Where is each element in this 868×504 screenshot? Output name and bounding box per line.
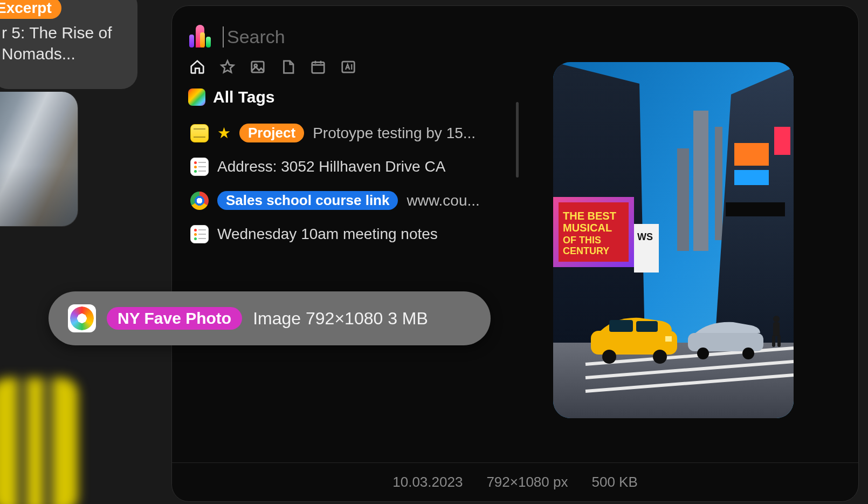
notes-app-icon: [190, 124, 209, 142]
svg-rect-31: [636, 321, 658, 332]
photos-app-icon: [68, 304, 96, 332]
result-text: Wednesday 10am meeting notes: [217, 226, 485, 243]
svg-point-36: [697, 348, 709, 359]
app-logo-icon: [188, 25, 212, 49]
result-text: Address: 3052 Hillhaven Drive CA: [217, 158, 485, 175]
svg-rect-12: [734, 143, 769, 166]
header: [188, 18, 842, 56]
svg-rect-41: [777, 335, 781, 347]
tag-pill: Project: [239, 124, 304, 142]
svg-text:WS: WS: [637, 231, 653, 242]
result-item[interactable]: Sales school course link www.cou...: [188, 183, 487, 217]
svg-rect-14: [774, 127, 790, 155]
svg-rect-2: [206, 37, 211, 47]
svg-rect-1: [200, 32, 205, 47]
svg-rect-15: [726, 202, 785, 216]
svg-rect-30: [609, 320, 633, 332]
svg-text:THE BEST: THE BEST: [563, 210, 616, 222]
preview-image: THE BEST MUSICAL OF THIS CENTURY WS: [553, 62, 794, 418]
background-thumbnail-train: [0, 378, 78, 504]
background-excerpt-card: Excerpt r 5: The Rise of Nomads...: [0, 0, 137, 89]
result-text: www.cou...: [407, 192, 485, 209]
svg-rect-40: [772, 335, 775, 347]
svg-point-37: [742, 348, 754, 359]
result-text: Protoype testing by 15...: [313, 125, 485, 142]
svg-rect-0: [189, 35, 194, 47]
status-size: 500 KB: [591, 474, 637, 491]
ai-icon[interactable]: [340, 59, 356, 75]
result-item[interactable]: ★ Project Protoype testing by 15...: [188, 116, 487, 150]
svg-rect-25: [553, 343, 794, 418]
result-item[interactable]: Wednesday 10am meeting notes: [188, 217, 487, 251]
tag-pill: Sales school course link: [217, 191, 398, 210]
section-title: All Tags: [213, 88, 274, 106]
star-icon[interactable]: [219, 59, 236, 75]
svg-rect-34: [665, 336, 672, 342]
reminders-app-icon: [190, 158, 209, 176]
highlighted-result[interactable]: NY Fave Photo Image 792×1080 3 MB: [49, 291, 491, 345]
spotlight-window: All Tags ★ Project Protoype testing by 1…: [171, 5, 859, 502]
image-icon[interactable]: [250, 59, 266, 75]
star-badge-icon: ★: [217, 126, 231, 141]
svg-rect-35: [688, 333, 763, 351]
svg-point-38: [773, 316, 780, 322]
svg-text:MUSICAL: MUSICAL: [563, 222, 612, 234]
result-text: Image 792×1080 3 MB: [253, 309, 428, 329]
all-tags-icon: [188, 88, 205, 106]
excerpt-title: r 5: The Rise of Nomads...: [2, 24, 112, 63]
svg-rect-10: [677, 148, 689, 251]
svg-text:CENTURY: CENTURY: [563, 246, 609, 256]
svg-rect-5: [312, 62, 325, 73]
status-dimensions: 792×1080 px: [486, 474, 568, 491]
chrome-app-icon: [190, 192, 209, 210]
svg-point-33: [653, 350, 667, 364]
svg-rect-3: [252, 62, 264, 72]
excerpt-pill: Excerpt: [0, 0, 61, 19]
svg-rect-9: [693, 111, 708, 251]
svg-rect-29: [591, 331, 677, 355]
reminders-app-icon: [190, 225, 209, 243]
scrollbar-thumb[interactable]: [516, 102, 519, 178]
status-date: 10.03.2023: [392, 474, 463, 491]
svg-text:OF THIS: OF THIS: [563, 235, 601, 246]
calendar-icon[interactable]: [310, 59, 326, 75]
svg-point-32: [602, 350, 616, 364]
background-thumbnail-canyon: [0, 92, 78, 227]
status-bar: 10.03.2023 792×1080 px 500 KB: [172, 462, 858, 501]
search-input[interactable]: [223, 26, 842, 47]
svg-rect-13: [734, 170, 769, 185]
note-icon[interactable]: [280, 59, 296, 75]
home-icon[interactable]: [189, 59, 205, 75]
svg-rect-39: [773, 322, 780, 336]
tag-pill: NY Fave Photo: [107, 307, 242, 330]
result-item[interactable]: Address: 3052 Hillhaven Drive CA: [188, 150, 487, 183]
svg-rect-8: [715, 127, 722, 240]
